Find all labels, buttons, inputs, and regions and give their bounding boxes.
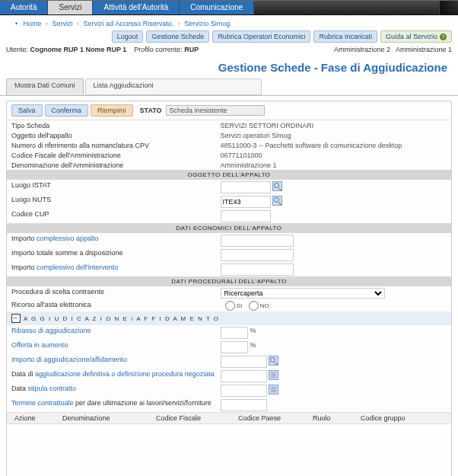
col-cf: Codice Fiscale bbox=[153, 414, 235, 422]
cf-amm-label: Codice Fiscale dell'Amministrazione bbox=[11, 152, 221, 159]
importo-agg-calc-icon[interactable] bbox=[269, 356, 278, 366]
offerta-link[interactable]: Offerta in aumento bbox=[11, 341, 221, 353]
tab-servizi[interactable]: Servizi bbox=[48, 1, 93, 14]
gestione-schede-button[interactable]: Gestione Schede bbox=[146, 30, 209, 43]
cup-label: Codice CUP bbox=[11, 210, 221, 222]
col-cg: Codice gruppo bbox=[358, 414, 447, 422]
data-stip-calendar-icon[interactable] bbox=[269, 385, 278, 395]
col-ruolo: Ruolo bbox=[310, 414, 358, 422]
istat-search-icon[interactable] bbox=[272, 181, 282, 191]
nuts-label: Luogo NUTS bbox=[11, 196, 221, 208]
crumb-home[interactable]: Home bbox=[24, 20, 42, 27]
imp-totale-label: Importo totale somme a disposizione bbox=[11, 249, 221, 261]
importo-agg-input[interactable] bbox=[221, 356, 267, 368]
scelta-select[interactable]: Ricercaperta bbox=[221, 288, 385, 299]
term-lbl2: per dare ultimazione ai lavori/servizi/f… bbox=[75, 399, 212, 407]
admin-link-a[interactable]: Amministrazione 2 bbox=[334, 46, 390, 53]
crumb-simog[interactable]: Servizio Simog bbox=[184, 20, 230, 27]
subtab-dati-comuni[interactable]: Mostra Dati Comuni bbox=[6, 78, 84, 95]
asta-no-radio[interactable] bbox=[249, 301, 259, 311]
cpv-value: 48511000-3 -- Pacchetti software di comu… bbox=[221, 142, 447, 149]
top-tabs: Autorità Servizi Attività dell'Autorità … bbox=[0, 1, 458, 14]
scelta-label: Procedura di scelta contraente bbox=[11, 288, 221, 299]
data-stip-link[interactable]: stipula contratto bbox=[28, 385, 77, 392]
data-agg-lbl1: Data di bbox=[11, 370, 33, 378]
col-denom: Denominazione bbox=[59, 414, 153, 422]
procedurali-section-header: DATI PROCEDURALI DELL'APPALTO bbox=[7, 276, 451, 286]
profilo-label: Profilo corrente: bbox=[134, 46, 183, 53]
oggetto-section-header: OGGETTO DELL'APPALTO bbox=[7, 170, 451, 180]
tipo-scheda-value: SERVIZI SETTORI ORDINARI bbox=[221, 122, 447, 129]
profilo-val: RUP bbox=[184, 46, 199, 53]
imp-int-link[interactable]: complessivo dell'intervento bbox=[37, 264, 118, 271]
tab-comunicazione[interactable]: Comunicazione bbox=[180, 1, 254, 14]
col-cp: Codice Paese bbox=[235, 414, 310, 422]
tipo-scheda-label: Tipo Scheda bbox=[11, 122, 221, 129]
nuts-search-icon[interactable] bbox=[272, 196, 282, 206]
help-icon: ? bbox=[440, 34, 447, 40]
istat-input[interactable] bbox=[221, 181, 271, 193]
data-agg-input[interactable] bbox=[221, 370, 267, 382]
page-title: Gestione Schede - Fase di Aggiudicazione bbox=[0, 56, 458, 78]
rubrica-oe-button[interactable]: Rubrica Operatori Economici bbox=[212, 30, 310, 43]
cf-amm-value: 06771101000 bbox=[221, 152, 447, 159]
riempimi-button[interactable]: Riempimi bbox=[91, 104, 133, 117]
data-stip-input[interactable] bbox=[221, 385, 267, 397]
col-azione: Azione bbox=[11, 414, 59, 422]
rubrica-ic-button[interactable]: Rubrica Incaricati bbox=[313, 30, 377, 43]
subtab-lista[interactable]: Lista Aggiudicazioni bbox=[85, 78, 262, 95]
corner-decor bbox=[439, 1, 458, 14]
ribasso-link[interactable]: Ribasso di aggiudicazione bbox=[11, 327, 221, 339]
asta-si-label: SI bbox=[237, 302, 243, 308]
guida-button[interactable]: Guida al Servizio? bbox=[380, 30, 452, 43]
oggetto-label: Oggetto dell'appalto bbox=[11, 132, 221, 139]
salva-button[interactable]: Salva bbox=[11, 104, 43, 117]
utente-label: Utente: bbox=[6, 46, 28, 53]
importo-agg-link[interactable]: Importo di aggiudicazione/affidamento bbox=[11, 356, 221, 368]
nuts-input[interactable] bbox=[221, 196, 271, 208]
oggetto-value: Servizi operatori Simog bbox=[221, 132, 447, 139]
logout-button[interactable]: Logout bbox=[112, 30, 144, 43]
istat-label: Luogo ISTAT bbox=[11, 181, 221, 193]
data-agg-link[interactable]: aggiudicazione definitiva o definizione … bbox=[35, 370, 215, 378]
imp-compl-input[interactable] bbox=[221, 235, 294, 247]
admin-link-b[interactable]: Amministrazione 1 bbox=[396, 46, 452, 53]
asta-si-radio[interactable] bbox=[225, 301, 235, 311]
asta-no-label: NO bbox=[260, 302, 269, 308]
offerta-input[interactable] bbox=[221, 341, 248, 353]
utente-nome: Cognome RUP 1 Nome RUP 1 bbox=[30, 46, 127, 53]
crumb-servizi[interactable]: Servizi bbox=[52, 20, 73, 27]
data-stip-lbl1: Data bbox=[11, 385, 26, 392]
tab-attivita[interactable]: Attività dell'Autorità bbox=[93, 1, 180, 14]
crumb-riservato[interactable]: Servizi ad Accesso Riservato. bbox=[84, 20, 174, 27]
term-input[interactable] bbox=[221, 399, 267, 411]
agg-collapse-toggle[interactable]: − bbox=[11, 314, 21, 323]
imp-int-input[interactable] bbox=[221, 264, 294, 276]
imp-compl-lbl1: Importo bbox=[11, 235, 35, 242]
tab-autorita[interactable]: Autorità bbox=[0, 1, 48, 14]
cup-input[interactable] bbox=[221, 210, 271, 222]
imp-totale-input[interactable] bbox=[221, 249, 294, 261]
data-agg-calendar-icon[interactable] bbox=[269, 370, 278, 380]
stato-label: STATO bbox=[140, 107, 162, 114]
ribasso-input[interactable] bbox=[221, 327, 248, 339]
conferma-button[interactable]: Conferma bbox=[45, 104, 89, 117]
economici-section-header: DATI ECONOMICI DELL'APPALTO bbox=[7, 223, 451, 233]
cpv-label: Numero di riferimento alla nomanclatura … bbox=[11, 142, 221, 149]
imp-int-lbl1: Importo bbox=[11, 264, 35, 271]
aggiudicatari-grid-header: Azione Denominazione Codice Fiscale Codi… bbox=[7, 412, 451, 424]
asta-label: Ricorso all'asta elettronica bbox=[11, 301, 221, 311]
stato-value: Scheda inesistente bbox=[166, 105, 265, 116]
denom-amm-value: Amministrazione 1 bbox=[221, 161, 447, 169]
imp-compl-link[interactable]: complessivo appalto bbox=[37, 235, 99, 242]
denom-amm-label: Denominazione dell'Amministrazione bbox=[11, 161, 221, 169]
term-link[interactable]: Termine contrattuale bbox=[11, 399, 74, 407]
agg-section-title: A G G I U D I C A Z I O N E / A F F I D … bbox=[24, 315, 220, 322]
aggiudicatari-grid-body bbox=[7, 424, 451, 476]
